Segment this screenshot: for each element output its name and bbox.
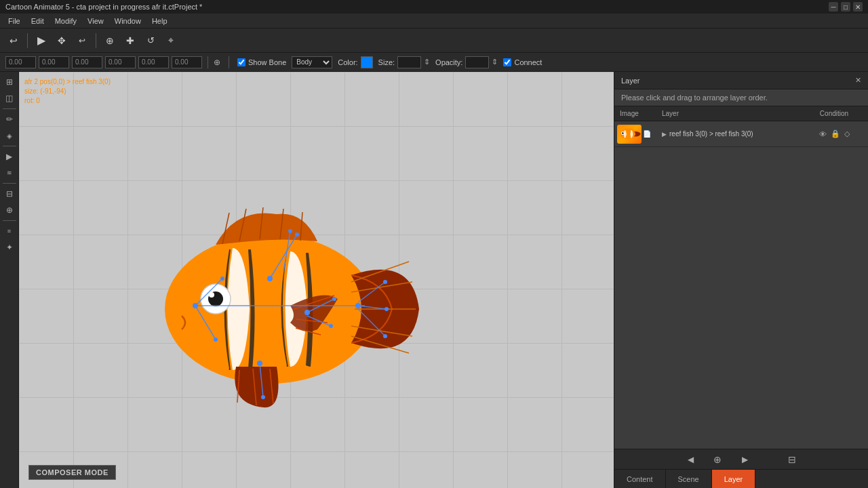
show-bone-group: Show Bone <box>237 58 286 66</box>
menu-modify[interactable]: Modify <box>50 16 82 26</box>
toolbar: ↩ ▶ ✥ ↩ ⊕ ✚ ↺ ⌖ <box>0 28 868 53</box>
svg-point-33 <box>267 276 273 281</box>
layer-bottom-controls: ◀ ⊕ ▶ ⊟ <box>614 449 868 469</box>
layer-row-condition: 👁 🔒 ◇ <box>800 129 868 138</box>
z-coord-input[interactable] <box>72 56 102 68</box>
layer-panel-title: Layer <box>621 77 640 85</box>
lt-sep-3 <box>3 183 16 184</box>
menu-edit[interactable]: Edit <box>26 16 50 26</box>
compose-tool[interactable]: ◫ <box>2 91 17 106</box>
layer-row[interactable]: 📄 ▶ reef fish 3(0) > reef fish 3(0) 👁 🔒 … <box>614 121 868 147</box>
svg-point-42 <box>383 334 387 338</box>
fx-tool[interactable]: ✦ <box>2 240 17 255</box>
lt-sep-1 <box>3 108 16 109</box>
composer-mode-label: COMPOSER MODE <box>36 468 108 476</box>
select-tool[interactable]: ▶ <box>32 31 51 50</box>
thumb-svg <box>617 125 642 144</box>
anchor-tool[interactable]: ⌖ <box>161 31 180 50</box>
y-coord-input[interactable] <box>39 56 69 68</box>
loop-tool[interactable]: ↺ <box>141 31 160 50</box>
move-tool[interactable]: ✥ <box>52 31 71 50</box>
layer-add-button[interactable]: ⊕ <box>711 453 724 466</box>
grid-tool[interactable]: ⊟ <box>2 186 17 201</box>
opacity-input[interactable]: 100 <box>465 56 489 68</box>
main-area: ⊞ ◫ ✏ ◈ ▶ ≋ ⊟ ⊕ ≡ ✦ afr 2 pos(0,0) > ree… <box>0 72 868 488</box>
r-coord-input[interactable] <box>172 56 202 68</box>
minimize-button[interactable]: ─ <box>829 2 838 12</box>
w-coord-input[interactable] <box>105 56 136 68</box>
svg-point-38 <box>295 232 299 237</box>
menu-file[interactable]: File <box>3 16 26 26</box>
layer-delete-button[interactable]: ⊟ <box>785 453 799 466</box>
size-input[interactable]: 40 <box>397 56 421 68</box>
motion-tool[interactable]: ≋ <box>2 165 17 180</box>
paint-tool[interactable]: ◈ <box>2 128 17 143</box>
undo-button[interactable]: ↩ <box>4 31 23 50</box>
layer-thumbnail <box>617 125 642 144</box>
menu-window[interactable]: Window <box>109 16 146 26</box>
svg-point-19 <box>209 292 214 298</box>
canvas-area[interactable]: afr 2 pos(0,0) > reef fish 3(0) size: (-… <box>19 72 614 488</box>
animate-tool[interactable]: ▶ <box>2 149 17 164</box>
title-text: Cartoon Animator 5 - cta project in prog… <box>5 3 202 11</box>
titlebar: Cartoon Animator 5 - cta project in prog… <box>0 0 868 14</box>
svg-point-35 <box>355 303 361 308</box>
svg-point-46 <box>214 338 218 342</box>
expand-icon[interactable]: ▶ <box>662 131 667 138</box>
condition-icon[interactable]: ◇ <box>844 129 850 138</box>
h-coord-input[interactable] <box>138 56 169 68</box>
col-layer: Layer <box>662 110 800 117</box>
size-arrows: ⇕ <box>424 58 430 66</box>
visibility-icon[interactable]: 👁 <box>819 130 827 138</box>
add-bone[interactable]: ✚ <box>121 31 140 50</box>
layer-prev-button[interactable]: ◀ <box>684 453 697 466</box>
menubar: File Edit Modify View Window Help <box>0 14 868 28</box>
scene-tool[interactable]: ⊞ <box>2 75 17 89</box>
layer-row-image: 📄 <box>614 125 662 144</box>
layer-hint-text: Please click and drag to arrange layer o… <box>621 94 768 102</box>
show-bone-label: Show Bone <box>248 58 286 66</box>
body-select[interactable]: Body <box>292 56 332 68</box>
connect-checkbox[interactable] <box>503 58 511 66</box>
prop-tool[interactable]: ≡ <box>2 224 17 239</box>
tab-content[interactable]: Content <box>614 470 666 488</box>
lt-sep-2 <box>3 146 16 146</box>
layer-panel-close-icon[interactable]: ✕ <box>855 76 861 85</box>
svg-point-36 <box>257 361 262 366</box>
layer-next-button[interactable]: ▶ <box>738 453 751 466</box>
body-group: Body <box>292 56 332 68</box>
rotate-tool[interactable]: ↩ <box>73 31 92 50</box>
show-bone-checkbox[interactable] <box>237 58 245 66</box>
layer-hint: Please click and drag to arrange layer o… <box>614 89 868 106</box>
size-label: Size: <box>378 58 395 66</box>
color-swatch[interactable] <box>361 56 373 68</box>
color-label: Color: <box>338 58 357 66</box>
toolbar-separator-1 <box>27 33 28 48</box>
bone-tool[interactable]: ⊕ <box>100 31 119 50</box>
tab-scene[interactable]: Scene <box>666 470 712 488</box>
composer-mode-badge: COMPOSER MODE <box>28 465 116 480</box>
layer-name-text: reef fish 3(0) > reef fish 3(0) <box>669 130 753 138</box>
fish-character[interactable] <box>127 174 419 419</box>
layer-panel-empty <box>614 278 868 449</box>
menu-view[interactable]: View <box>82 16 109 26</box>
right-panel: Layer ✕ Please click and drag to arrange… <box>614 72 868 488</box>
close-button[interactable]: ✕ <box>853 2 863 12</box>
svg-point-40 <box>383 280 387 284</box>
size-group: Size: 40 ⇕ <box>378 56 430 68</box>
coord-icon: ⊕ <box>214 58 220 67</box>
layer-table: Image Layer Condition <box>614 106 868 278</box>
lock-icon[interactable]: 🔒 <box>831 129 840 138</box>
maximize-button[interactable]: □ <box>841 2 850 12</box>
opacity-arrows: ⇕ <box>492 58 498 66</box>
draw-tool[interactable]: ✏ <box>2 112 17 127</box>
x-coord-input[interactable] <box>5 56 36 68</box>
col-condition: Condition <box>800 110 868 117</box>
window-controls: ─ □ ✕ <box>829 2 863 12</box>
tab-layer[interactable]: Layer <box>712 470 756 488</box>
col-image: Image <box>614 110 662 117</box>
canvas-info-line-3: rot: 0 <box>24 96 111 106</box>
svg-point-44 <box>329 324 333 328</box>
layer-tool[interactable]: ⊕ <box>2 203 17 218</box>
menu-help[interactable]: Help <box>146 16 173 26</box>
